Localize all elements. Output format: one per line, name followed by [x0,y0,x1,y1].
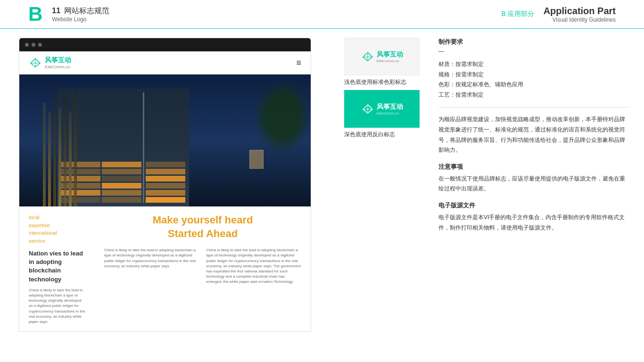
logo-en-light: KiteComm.cn [377,59,403,63]
source-title: 电子版源文件 [438,201,630,210]
req-item-2: 规格：按需求制定 [438,70,630,80]
notice-section: 注意事项 在一般情况下使用品牌标志，应该尽量使用提供的电子版源文件，避免在重绘过… [438,163,630,194]
specimens-column: 风筝互动 KiteComm.cn 浅色底使用标准色彩标志 [344,38,429,233]
section-title: 网站标志规范 [64,6,109,16]
site-article-1: China is likely to take the lead in adop… [104,247,199,284]
tree-silhouette [254,79,311,155]
hero-line2: Started Ahead [168,228,238,239]
main-content: 风筝互动 KiteComm.cn ≡ [0,28,644,362]
site-logo-text: 风筝互动 KiteComm.cn [45,56,71,69]
vertical-slats [43,84,184,206]
specimen-dark-label: 深色底使用反白标志 [344,131,429,139]
hero-line1: Make yourself heard [153,214,253,226]
right-panel: 风筝互动 KiteComm.cn 浅色底使用标准色彩标志 [330,28,644,362]
logo-display-light: 风筝互动 KiteComm.cn [361,50,403,63]
site-lower-right: Make yourself heard Started Ahead China … [95,206,311,331]
logo-kite-dark [361,104,374,114]
req-item-1: 材质：按需求制定 [438,59,630,70]
source-text: 电子版源文件是本VI手册的电子文件集合，内含手册制作的专用软件格式文件，制作打印… [438,213,630,233]
browser-content: 风筝互动 KiteComm.cn ≡ [19,51,311,331]
tagline-international: international [29,229,85,237]
right-text-col: 制作要求 — 材质：按需求制定 规格：按需求制定 色彩：按规定标准色、辅助色应用… [429,38,630,233]
section-subtitle: Website Logo [52,16,109,23]
specimen-light-wrapper: 风筝互动 KiteComm.cn 浅色底使用标准色彩标志 [344,38,429,86]
site-articles: China is likely to take the lead in adop… [104,247,301,284]
req-item-3: 色彩：按规定标准色、辅助色应用 [438,80,630,90]
hamburger-menu[interactable]: ≡ [296,58,301,68]
window-light [249,150,264,169]
specimen-light-label: 浅色底使用标准色彩标志 [344,78,429,86]
source-section: 电子版源文件 电子版源文件是本VI手册的电子文件集合，内含手册制作的专用软件格式… [438,201,630,233]
header-left: B 11 网站标志规范 Website Logo [28,4,109,24]
specimen-dark-wrapper: 风筝互动 KiteComm.cn 深色底使用反白标志 [344,90,429,139]
site-logo-kite-icon [29,58,42,68]
browser-frame: 风筝互动 KiteComm.cn ≡ [19,38,311,332]
brand-logo-b: B [28,4,42,24]
notice-text: 在一般情况下使用品牌标志，应该尽量使用提供的电子版源文件，避免在重绘过程中出现误… [438,174,630,194]
requirements-dash: — [438,48,630,55]
hero-image [19,74,311,206]
req-item-4: 工艺：按需求制定 [438,90,630,100]
application-title: Application Part [544,6,616,16]
hero-tagline: Make yourself heard Started Ahead [153,214,253,240]
header: B 11 网站标志规范 Website Logo B 应用部分 Applicat… [0,0,644,28]
application-label: B 应用部分 [501,10,534,18]
logo-inner-light: 风筝互动 KiteComm.cn [361,50,403,63]
logo-text-light: 风筝互动 KiteComm.cn [377,50,403,63]
logo-cn-light: 风筝互动 [377,50,403,59]
logo-specimen-light: 风筝互动 KiteComm.cn [344,38,420,75]
application-sub: Visual Identity Guidelines [552,16,616,23]
right-panel-inner: 风筝互动 KiteComm.cn 浅色底使用标准色彩标志 [344,38,630,233]
notice-title: 注意事项 [438,163,630,171]
tagline-expertise: expertise [29,222,85,230]
logo-en-dark: KiteComm.cn [377,111,403,115]
tagline-service: service [29,237,85,245]
header-title-block: 11 网站标志规范 Website Logo [52,6,109,23]
section-number: 11 [52,7,60,15]
requirements-section: 制作要求 — 材质：按需求制定 规格：按需求制定 色彩：按规定标准色、辅助色应用… [438,38,630,100]
requirements-title: 制作要求 [438,38,630,46]
site-nav: 风筝互动 KiteComm.cn ≡ [19,51,311,74]
site-logo-en: KiteComm.cn [45,65,71,69]
site-lower: local expertise international service Na… [19,206,311,331]
logo-display-dark: 风筝互动 KiteComm.cn [361,103,403,115]
browser-dot-1 [25,43,29,47]
logo-text-dark: 风筝互动 KiteComm.cn [377,103,403,115]
site-lower-left: local expertise international service Na… [19,206,95,331]
building-overlay [19,74,311,206]
body-text: 为顺应品牌视觉建设，加快视觉战略成型，推动改革创新，本手册特对品牌视觉形象进行了… [438,115,630,155]
logo-kite-light [361,51,374,62]
logo-cn-dark: 风筝互动 [377,103,403,111]
site-taglines: local expertise international service [29,214,85,245]
site-logo: 风筝互动 KiteComm.cn [29,56,71,69]
tagline-local: local [29,214,85,222]
browser-toolbar [19,38,311,51]
logo-specimen-dark: 风筝互动 KiteComm.cn [344,90,420,128]
browser-area: 风筝互动 KiteComm.cn ≡ [0,28,330,362]
site-body-text-left: China is likely to take the lead in adop… [29,288,85,324]
browser-dot-3 [38,43,42,47]
site-headline: Nation vies to leadin adopting blockchai… [29,249,85,284]
site-logo-cn: 风筝互动 [45,56,71,65]
header-right: B 应用部分 Application Part Visual Identity … [501,6,616,23]
browser-dot-2 [32,43,35,47]
divider-1 [438,107,630,107]
site-article-2: China is likely to take the lead in adop… [206,247,302,284]
logo-inner-dark: 风筝互动 KiteComm.cn [361,103,403,115]
